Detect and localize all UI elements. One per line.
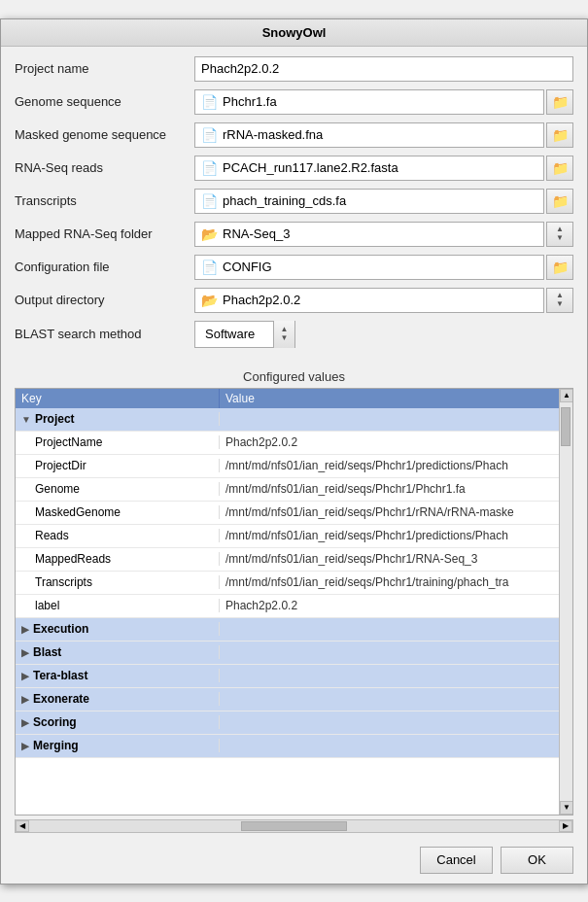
chevron-down-icon: ▼ bbox=[556, 234, 564, 242]
browse-icon: 📁 bbox=[552, 160, 569, 176]
mapped-folder-input[interactable]: 📂 RNA-Seq_3 bbox=[194, 222, 544, 247]
tree-row-key: Genome bbox=[16, 482, 220, 496]
tree-group-key: ▶Scoring bbox=[16, 715, 220, 729]
dialog-title: SnowyOwl bbox=[262, 25, 327, 40]
chevron-up-icon: ▲ bbox=[281, 326, 289, 333]
table-row[interactable]: Reads/mnt/md/nfs01/ian_reid/seqs/Phchr1/… bbox=[16, 525, 572, 548]
ok-button[interactable]: OK bbox=[501, 847, 573, 874]
project-name-field: Phach2p2.0.2 bbox=[194, 56, 573, 82]
tree-row-value: /mnt/md/nfs01/ian_reid/seqs/Phchr1/train… bbox=[220, 575, 572, 589]
expand-icon[interactable]: ▶ bbox=[21, 647, 29, 658]
tree-group[interactable]: ▶Exonerate bbox=[16, 688, 572, 711]
tree-row-value: /mnt/md/nfs01/ian_reid/seqs/Phchr1/predi… bbox=[220, 529, 572, 542]
tree-group[interactable]: ▶Execution bbox=[16, 618, 572, 642]
rnaseq-reads-input[interactable]: 📄 PCACH_run117.lane2.R2.fasta bbox=[194, 156, 544, 181]
masked-genome-browse-button[interactable]: 📁 bbox=[546, 122, 573, 148]
tree-group[interactable]: ▶Blast bbox=[16, 642, 572, 665]
configured-values-label: Configured values bbox=[1, 365, 587, 388]
transcripts-input[interactable]: 📄 phach_training_cds.fa bbox=[194, 189, 544, 214]
dialog: SnowyOwl Project name Phach2p2.0.2 Genom… bbox=[0, 18, 588, 885]
project-name-row: Project name Phach2p2.0.2 bbox=[15, 56, 573, 82]
expand-icon[interactable]: ▶ bbox=[21, 624, 29, 635]
blast-method-select[interactable]: Software ▲ ▼ bbox=[194, 321, 295, 348]
chevron-up-icon: ▲ bbox=[556, 226, 564, 233]
config-file-browse-button[interactable]: 📁 bbox=[546, 255, 573, 280]
rnaseq-reads-label: RNA-Seq reads bbox=[15, 160, 194, 175]
tree-group[interactable]: ▶Scoring bbox=[16, 711, 572, 735]
transcripts-label: Transcripts bbox=[15, 193, 194, 208]
tree-panel: Key Value ▼ProjectProjectNamePhach2p2.0.… bbox=[15, 388, 573, 815]
transcripts-row: Transcripts 📄 phach_training_cds.fa 📁 bbox=[15, 189, 573, 214]
scroll-up-button[interactable]: ▲ bbox=[560, 389, 573, 402]
scroll-right-button[interactable]: ▶ bbox=[559, 820, 572, 832]
chevron-down-icon: ▼ bbox=[556, 300, 564, 308]
table-row[interactable]: MaskedGenome/mnt/md/nfs01/ian_reid/seqs/… bbox=[16, 502, 572, 525]
expand-icon[interactable]: ▶ bbox=[21, 741, 29, 751]
tree-row-key: Reads bbox=[16, 529, 220, 542]
rnaseq-reads-row: RNA-Seq reads 📄 PCACH_run117.lane2.R2.fa… bbox=[15, 156, 573, 181]
tree-group-name: Scoring bbox=[33, 715, 77, 729]
tree-row-value: /mnt/md/nfs01/ian_reid/seqs/Phchr1/RNA-S… bbox=[220, 552, 572, 566]
rnaseq-reads-browse-button[interactable]: 📁 bbox=[546, 156, 573, 181]
tree-group-name: Tera-blast bbox=[33, 669, 87, 682]
config-file-field: 📄 CONFIG 📁 bbox=[194, 255, 573, 280]
mapped-folder-label: Mapped RNA-Seq folder bbox=[15, 226, 194, 241]
mapped-folder-spinner-button[interactable]: ▲ ▼ bbox=[546, 222, 573, 247]
file-icon: 📄 bbox=[201, 160, 218, 176]
output-dir-input[interactable]: 📂 Phach2p2.0.2 bbox=[194, 288, 544, 313]
folder-icon: 📂 bbox=[201, 293, 218, 308]
folder-icon: 📂 bbox=[201, 226, 218, 242]
scroll-down-button[interactable]: ▼ bbox=[560, 801, 573, 815]
blast-method-spinner[interactable]: ▲ ▼ bbox=[273, 321, 294, 348]
table-row[interactable]: MappedReads/mnt/md/nfs01/ian_reid/seqs/P… bbox=[16, 548, 572, 572]
horizontal-scrollbar[interactable]: ◀ ▶ bbox=[15, 819, 573, 833]
table-row[interactable]: ProjectDir/mnt/md/nfs01/ian_reid/seqs/Ph… bbox=[16, 455, 572, 478]
table-row[interactable]: Transcripts/mnt/md/nfs01/ian_reid/seqs/P… bbox=[16, 572, 572, 595]
file-icon: 📄 bbox=[201, 127, 218, 143]
browse-icon: 📁 bbox=[552, 260, 569, 275]
tree-group-name: Blast bbox=[33, 645, 61, 659]
table-row[interactable]: Genome/mnt/md/nfs01/ian_reid/seqs/Phchr1… bbox=[16, 478, 572, 502]
horizontal-scroll-thumb[interactable] bbox=[241, 821, 347, 831]
project-name-input[interactable]: Phach2p2.0.2 bbox=[194, 56, 573, 82]
output-dir-spinner-button[interactable]: ▲ ▼ bbox=[546, 288, 573, 313]
tree-group[interactable]: ▶Tera-blast bbox=[16, 665, 572, 688]
table-row[interactable]: ProjectNamePhach2p2.0.2 bbox=[16, 432, 572, 455]
mapped-folder-row: Mapped RNA-Seq folder 📂 RNA-Seq_3 ▲ ▼ bbox=[15, 222, 573, 247]
collapse-icon[interactable]: ▼ bbox=[21, 414, 31, 425]
config-file-label: Configuration file bbox=[15, 260, 194, 274]
cancel-button[interactable]: Cancel bbox=[420, 847, 493, 874]
expand-icon[interactable]: ▶ bbox=[21, 671, 29, 681]
genome-sequence-label: Genome sequence bbox=[15, 94, 194, 109]
transcripts-browse-button[interactable]: 📁 bbox=[546, 189, 573, 214]
browse-icon: 📁 bbox=[552, 127, 569, 143]
masked-genome-input[interactable]: 📄 rRNA-masked.fna bbox=[194, 122, 544, 148]
output-dir-field: 📂 Phach2p2.0.2 ▲ ▼ bbox=[194, 288, 573, 313]
config-file-input[interactable]: 📄 CONFIG bbox=[194, 255, 544, 280]
horizontal-scroll-track bbox=[29, 820, 559, 832]
tree-group[interactable]: ▼Project bbox=[16, 408, 572, 432]
browse-icon: 📁 bbox=[552, 193, 569, 209]
tree-group-key: ▶Execution bbox=[16, 622, 220, 636]
scroll-thumb[interactable] bbox=[561, 407, 571, 446]
chevron-up-icon: ▲ bbox=[556, 292, 564, 299]
tree-group[interactable]: ▶Merging bbox=[16, 735, 572, 758]
masked-genome-field: 📄 rRNA-masked.fna 📁 bbox=[194, 122, 573, 148]
genome-sequence-browse-button[interactable]: 📁 bbox=[546, 89, 573, 115]
tree-content[interactable]: ▼ProjectProjectNamePhach2p2.0.2ProjectDi… bbox=[16, 408, 572, 809]
masked-genome-row: Masked genome sequence 📄 rRNA-masked.fna… bbox=[15, 122, 573, 148]
vertical-scrollbar[interactable]: ▲ ▼ bbox=[559, 389, 572, 815]
tree-group-key: ▶Tera-blast bbox=[16, 669, 220, 682]
expand-icon[interactable]: ▶ bbox=[21, 694, 29, 705]
tree-row-value: /mnt/md/nfs01/ian_reid/seqs/Phchr1/Phchr… bbox=[220, 482, 572, 496]
file-icon: 📄 bbox=[201, 193, 218, 209]
form-area: Project name Phach2p2.0.2 Genome sequenc… bbox=[1, 47, 587, 365]
rnaseq-reads-field: 📄 PCACH_run117.lane2.R2.fasta 📁 bbox=[194, 156, 573, 181]
expand-icon[interactable]: ▶ bbox=[21, 717, 29, 728]
tree-header-key: Key bbox=[16, 389, 220, 408]
title-bar: SnowyOwl bbox=[1, 19, 587, 47]
table-row[interactable]: labelPhach2p2.0.2 bbox=[16, 595, 572, 618]
tree-row-key: MappedReads bbox=[16, 552, 220, 566]
scroll-left-button[interactable]: ◀ bbox=[16, 820, 29, 832]
genome-sequence-input[interactable]: 📄 Phchr1.fa bbox=[194, 89, 544, 115]
